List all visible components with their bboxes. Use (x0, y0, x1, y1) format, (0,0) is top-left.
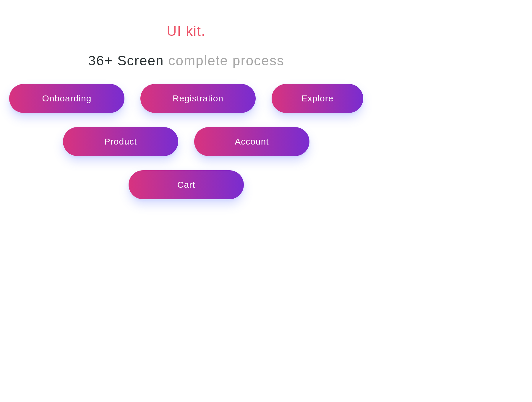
button-row-1: Onboarding Registration Explore (9, 84, 363, 113)
button-row-2: Product Account (63, 127, 309, 156)
page-title: UI kit. (167, 23, 206, 39)
cart-button[interactable]: Cart (129, 170, 244, 199)
product-button[interactable]: Product (63, 127, 178, 156)
button-grid: Onboarding Registration Explore Product … (9, 84, 363, 199)
explore-button[interactable]: Explore (272, 84, 363, 113)
subtitle-count: 36+ Screen (88, 53, 168, 68)
button-row-3: Cart (129, 170, 244, 199)
registration-button[interactable]: Registration (140, 84, 256, 113)
subtitle-description: complete process (168, 53, 284, 68)
account-button[interactable]: Account (194, 127, 309, 156)
page-subtitle: 36+ Screen complete process (88, 53, 284, 69)
onboarding-button[interactable]: Onboarding (9, 84, 124, 113)
